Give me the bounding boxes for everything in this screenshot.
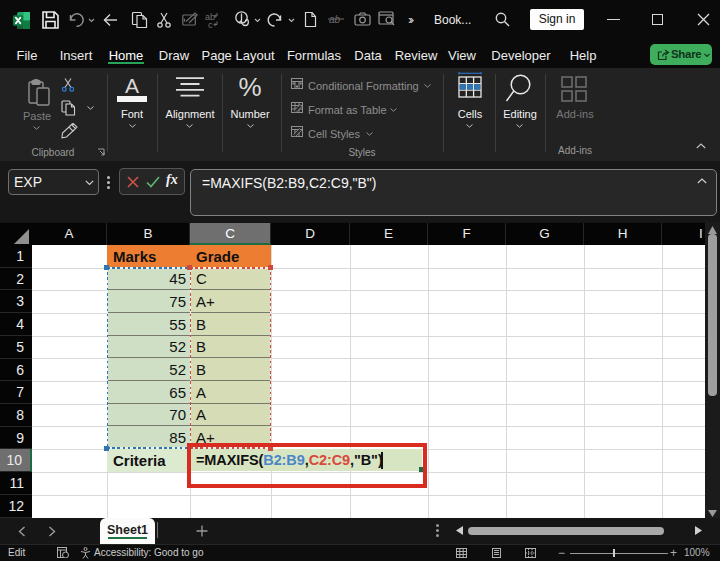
svg-text:c: c: [208, 20, 213, 29]
